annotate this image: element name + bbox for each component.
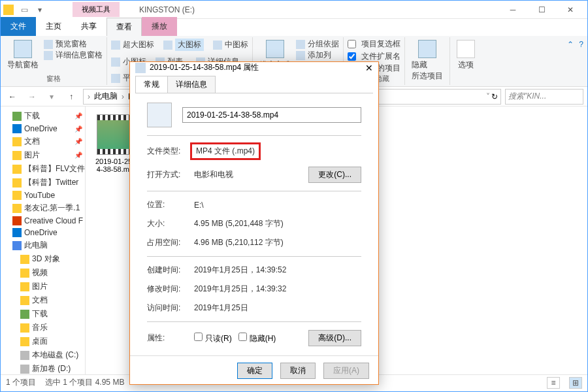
tree-node[interactable]: 本地磁盘 (C:) (1, 348, 85, 362)
help-icon[interactable]: ? (579, 40, 583, 49)
folder-icon (20, 269, 29, 278)
tree-node[interactable]: 【科普】Twitter (1, 176, 85, 189)
created-value: 2019年1月25日，14:39:52 (194, 265, 361, 276)
modified-value: 2019年1月25日，14:39:32 (194, 284, 361, 295)
tree-node[interactable]: 视频 (1, 266, 85, 280)
properties-dialog: 2019-01-25-14-38-58.mp4 属性 ✕ 常规 详细信息 文件类… (129, 61, 379, 385)
options-button[interactable]: 选项 (454, 39, 478, 72)
tree-node[interactable]: 此电脑 (1, 238, 85, 252)
folder-icon (12, 216, 22, 225)
up-button[interactable]: ↑ (63, 89, 79, 105)
folder-icon (12, 191, 22, 200)
readonly-checkbox[interactable]: 只读(R) (194, 333, 232, 344)
advanced-button[interactable]: 高级(D)... (308, 330, 361, 346)
change-app-button[interactable]: 更改(C)... (308, 167, 361, 183)
apply-button[interactable]: 应用(A) (323, 363, 369, 379)
folder-icon (12, 204, 22, 213)
sort-icon (266, 40, 284, 58)
options-icon (457, 40, 475, 58)
tree-node[interactable]: 文档📌 (1, 135, 85, 148)
tree-node[interactable]: 下载 (1, 307, 85, 321)
tab-general[interactable]: 常规 (135, 76, 168, 93)
tree-node[interactable]: 音乐 (1, 321, 85, 335)
hide-selected-button[interactable]: 隐藏 所选项目 (409, 39, 446, 83)
folder-icon (12, 137, 22, 146)
tab-view[interactable]: 查看 (106, 18, 142, 36)
quick-access-toolbar: ▭ ▾ (18, 3, 46, 16)
view-m-icons[interactable]: 中图标 (225, 39, 248, 50)
open-with-value: 电影和电视 (194, 169, 304, 180)
icons-view-icon[interactable]: ⊞ (569, 377, 582, 389)
tree-node[interactable]: 新加卷 (D:) (1, 362, 85, 374)
tree-node[interactable]: YouTube (1, 189, 85, 201)
tree-node[interactable]: 桌面 (1, 335, 85, 348)
dialog-titlebar[interactable]: 2019-01-25-14-38-58.mp4 属性 ✕ (130, 62, 378, 73)
context-tab-label: 视频工具 (73, 2, 120, 17)
qat-new-folder-icon[interactable]: ▾ (33, 3, 46, 16)
pin-icon: 📌 (74, 112, 82, 120)
forward-button[interactable]: → (24, 89, 40, 105)
panes-group-label: 窗格 (5, 74, 103, 84)
folder-icon (20, 282, 29, 291)
ribbon-collapse-icon[interactable]: ⌃ (567, 40, 574, 49)
folder-icon (12, 151, 22, 160)
tree-node[interactable]: 图片📌 (1, 148, 85, 162)
folder-icon (20, 365, 29, 374)
tree-node[interactable]: Creative Cloud F (1, 215, 85, 227)
group-by-button[interactable]: 分组依据 (296, 39, 339, 50)
preview-pane-icon (44, 40, 53, 49)
tree-node[interactable]: 【科普】FLV文件 (1, 162, 85, 176)
s-icons-icon (111, 57, 120, 67)
item-checkboxes-toggle[interactable]: 项目复选框 (348, 39, 400, 50)
tree-node[interactable]: 文档 (1, 293, 85, 307)
ribbon-tabs: 文件 主页 共享 查看 播放 (1, 19, 587, 36)
ok-button[interactable]: 确定 (237, 363, 272, 379)
recent-button[interactable]: ▾ (44, 89, 59, 105)
tab-details[interactable]: 详细信息 (167, 76, 216, 93)
dialog-close-button[interactable]: ✕ (365, 63, 373, 73)
tree-node[interactable]: 图片 (1, 280, 85, 293)
filename-input[interactable] (182, 107, 361, 123)
tree-node[interactable]: 下载📌 (1, 109, 85, 123)
details-pane-button[interactable]: 详细信息窗格 (44, 50, 103, 61)
maximize-button[interactable]: ☐ (527, 1, 556, 19)
m-icons-icon (213, 41, 222, 50)
view-xl-icons[interactable]: 超大图标 (123, 39, 154, 50)
minimize-button[interactable]: ─ (498, 1, 527, 19)
cancel-button[interactable]: 取消 (280, 363, 316, 379)
dialog-icon (135, 63, 146, 73)
tree-node[interactable]: 3D 对象 (1, 252, 85, 266)
folder-icon (12, 112, 22, 121)
tree-node[interactable]: 老友记.第一季.1 (1, 201, 85, 215)
tree-node[interactable]: OneDrive (1, 227, 85, 238)
refresh-icon[interactable]: ↻ (491, 92, 498, 101)
group-icon (296, 40, 305, 49)
file-type-value: MP4 文件 (.mp4) (190, 142, 261, 160)
tab-play[interactable]: 播放 (142, 17, 177, 36)
folder-icon (20, 351, 29, 360)
accessed-value: 2019年1月25日 (194, 302, 361, 314)
details-view-icon[interactable]: ≡ (547, 377, 560, 389)
selection-info: 选中 1 个项目 4.95 MB (45, 377, 124, 388)
hidden-checkbox[interactable]: 隐藏(H) (238, 333, 276, 344)
nav-pane-button[interactable]: 导航窗格 (5, 39, 41, 72)
view-l-icons[interactable]: 大图标 (175, 39, 204, 51)
add-columns-button[interactable]: 添加列 (296, 50, 339, 61)
search-input[interactable]: 搜索"KIN... (505, 89, 583, 105)
pin-icon: 📌 (74, 152, 82, 159)
folder-icon (20, 310, 29, 319)
tab-file[interactable]: 文件 (1, 17, 36, 36)
disk-size-value: 4.96 MB (5,210,112 字节) (194, 237, 361, 248)
tab-home[interactable]: 主页 (36, 17, 71, 36)
folder-icon (12, 124, 22, 133)
dropdown-icon[interactable]: ˅ (486, 92, 490, 101)
tab-share[interactable]: 共享 (71, 17, 106, 36)
pin-icon: 📌 (74, 125, 82, 133)
tree-node[interactable]: OneDrive📌 (1, 123, 85, 135)
pin-icon: 📌 (74, 138, 82, 145)
preview-pane-button[interactable]: 预览窗格 (44, 39, 103, 50)
file-extensions-toggle[interactable]: 文件扩展名 (348, 51, 400, 62)
close-button[interactable]: ✕ (556, 1, 585, 19)
back-button[interactable]: ← (5, 89, 20, 105)
qat-properties-icon[interactable]: ▭ (18, 3, 31, 16)
